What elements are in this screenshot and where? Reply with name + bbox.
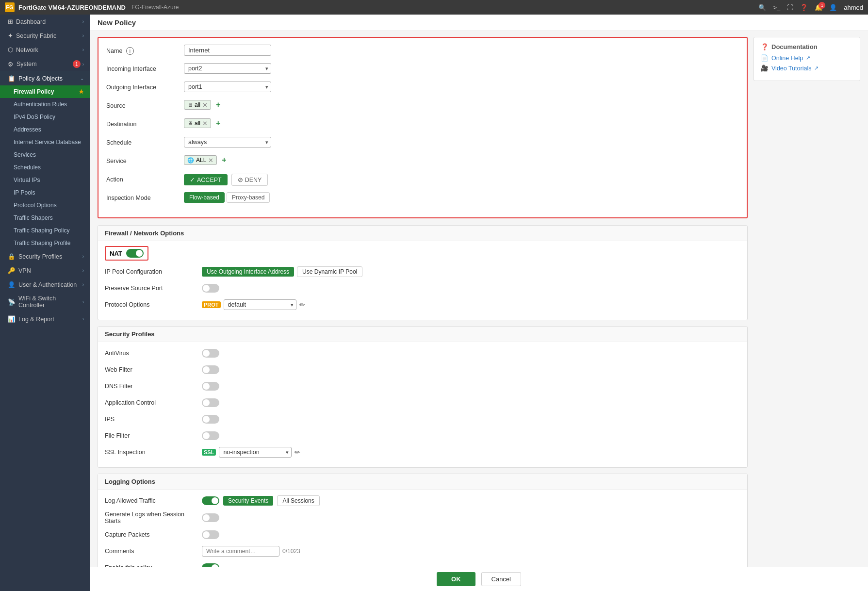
topbar: FG FortiGate VM64-AZUREONDEMAND FG-Firew… xyxy=(0,0,868,15)
service-chip-remove[interactable]: ✕ xyxy=(208,157,213,164)
info-icon[interactable]: i xyxy=(126,47,134,55)
security-profiles-panel: Security Profiles AntiVirus Web Filter D… xyxy=(98,326,748,468)
service-chip-all: 🌐 ALL ✕ xyxy=(184,155,217,165)
outgoing-interface-select[interactable]: port1 xyxy=(184,82,271,92)
generate-logs-toggle[interactable] xyxy=(202,513,219,522)
terminal-icon[interactable]: >_ xyxy=(773,4,780,11)
online-help-link[interactable]: 📄 Online Help ↗ xyxy=(761,54,853,62)
checkmark-icon: ✓ xyxy=(190,176,195,183)
app-control-toggle[interactable] xyxy=(202,398,219,407)
sidebar-item-internet-service-db[interactable]: Internet Service Database xyxy=(0,136,90,148)
protocol-select-wrapper: default xyxy=(224,299,296,310)
logging-options-title: Logging Options xyxy=(98,474,747,490)
name-field xyxy=(184,45,739,56)
help-icon[interactable]: ❓ xyxy=(800,4,808,11)
preserve-source-label: Preserve Source Port xyxy=(105,285,202,292)
comments-row: Comments 0/1023 xyxy=(105,545,740,558)
sidebar-item-system[interactable]: ⚙ System 1 › xyxy=(0,57,90,71)
incoming-interface-select[interactable]: port2 xyxy=(184,63,271,74)
sidebar-item-network[interactable]: ⬡ Network › xyxy=(0,43,90,57)
enable-policy-toggle[interactable] xyxy=(202,563,219,567)
outgoing-label: Outgoing Interface xyxy=(106,82,184,91)
nat-label: NAT xyxy=(110,250,122,257)
star-icon[interactable]: ★ xyxy=(79,88,84,95)
network-icon: ⬡ xyxy=(8,46,13,53)
app-name: FortiGate VM64-AZUREONDEMAND xyxy=(18,4,126,11)
destination-add-button[interactable]: + xyxy=(214,119,222,128)
capture-packets-toggle[interactable] xyxy=(202,530,219,539)
sidebar-item-traffic-shaping-policy[interactable]: Traffic Shaping Policy xyxy=(0,224,90,237)
logging-options-body: Log Allowed Traffic Security Events All … xyxy=(98,490,747,567)
deny-button[interactable]: ⊘ DENY xyxy=(231,174,268,186)
sidebar-item-ip-pools[interactable]: IP Pools xyxy=(0,186,90,199)
policy-form-box: Name i Incoming Interface xyxy=(98,37,748,218)
sidebar-item-services[interactable]: Services xyxy=(0,148,90,161)
sidebar-item-auth-rules[interactable]: Authentication Rules xyxy=(0,98,90,111)
log-allowed-toggle[interactable] xyxy=(202,496,219,505)
ssl-badge: SSL xyxy=(202,449,216,456)
ok-button[interactable]: OK xyxy=(437,572,475,586)
use-outgoing-button[interactable]: Use Outgoing Interface Address xyxy=(202,267,294,277)
sidebar-item-log-report[interactable]: 📊 Log & Report › xyxy=(0,312,90,326)
proxy-based-tab[interactable]: Proxy-based xyxy=(227,192,270,203)
security-events-button[interactable]: Security Events xyxy=(223,496,273,506)
nat-toggle[interactable] xyxy=(126,249,144,258)
service-add-button[interactable]: + xyxy=(220,156,228,164)
cancel-button[interactable]: Cancel xyxy=(481,572,521,586)
ips-toggle[interactable] xyxy=(202,415,219,424)
chevron-icon: › xyxy=(82,33,84,38)
sidebar-item-schedules[interactable]: Schedules xyxy=(0,161,90,174)
inspection-field: Flow-based Proxy-based xyxy=(184,192,739,203)
preserve-source-toggle[interactable] xyxy=(202,284,219,293)
search-icon[interactable]: 🔍 xyxy=(758,4,766,11)
web-filter-toggle[interactable] xyxy=(202,365,219,374)
all-sessions-button[interactable]: All Sessions xyxy=(277,495,319,506)
name-label: Name i xyxy=(106,45,184,55)
destination-chip-remove[interactable]: ✕ xyxy=(202,120,208,127)
sidebar-item-user-auth[interactable]: 👤 User & Authentication › xyxy=(0,278,90,292)
antivirus-toggle[interactable] xyxy=(202,349,219,358)
video-tutorials-link[interactable]: 🎥 Video Tutorials ↗ xyxy=(761,65,853,72)
sidebar-item-traffic-shapers[interactable]: Traffic Shapers xyxy=(0,212,90,224)
topbar-left: FG FortiGate VM64-AZUREONDEMAND FG-Firew… xyxy=(5,2,179,12)
sidebar-item-addresses[interactable]: Addresses xyxy=(0,123,90,136)
sidebar-item-security-fabric[interactable]: ✦ Security Fabric › xyxy=(0,29,90,43)
comments-input[interactable] xyxy=(202,546,279,557)
user-icon[interactable]: 👤 xyxy=(829,4,837,11)
sidebar-item-dashboard[interactable]: ⊞ Dashboard › xyxy=(0,15,90,29)
source-chip-all: 🖥 all ✕ xyxy=(184,100,211,110)
form-row-source: Source 🖥 all ✕ + xyxy=(106,100,739,114)
sidebar-item-protocol-options[interactable]: Protocol Options xyxy=(0,199,90,212)
ssl-inspection-select[interactable]: no-inspection xyxy=(219,447,292,458)
sidebar-item-policy-objects[interactable]: 📋 Policy & Objects ⌄ xyxy=(0,71,90,85)
fullscreen-icon[interactable]: ⛶ xyxy=(787,4,793,11)
schedule-select[interactable]: always xyxy=(184,137,271,148)
web-filter-row: Web Filter xyxy=(105,363,740,376)
use-dynamic-button[interactable]: Use Dynamic IP Pool xyxy=(297,266,362,277)
sidebar-item-virtual-ips[interactable]: Virtual IPs xyxy=(0,174,90,186)
accept-button[interactable]: ✓ ACCEPT xyxy=(184,174,228,185)
sidebar-item-wifi-controller[interactable]: 📡 WiFi & Switch Controller › xyxy=(0,292,90,312)
flow-based-tab[interactable]: Flow-based xyxy=(184,192,225,203)
sidebar-item-ipv4-dos[interactable]: IPv4 DoS Policy xyxy=(0,111,90,123)
wifi-icon: 📡 xyxy=(8,298,16,306)
sidebar-item-security-profiles[interactable]: 🔒 Security Profiles › xyxy=(0,249,90,263)
protocol-select[interactable]: default xyxy=(224,299,296,310)
source-chip-remove[interactable]: ✕ xyxy=(202,102,208,108)
service-tags: 🌐 ALL ✕ + xyxy=(184,155,229,165)
sidebar-item-firewall-policy[interactable]: Firewall Policy ★ xyxy=(0,85,90,98)
dns-filter-label: DNS Filter xyxy=(105,383,202,390)
sidebar-item-vpn[interactable]: 🔑 VPN › xyxy=(0,263,90,278)
dns-filter-toggle[interactable] xyxy=(202,382,219,391)
file-filter-toggle[interactable] xyxy=(202,431,219,440)
ssl-edit-icon[interactable]: ✏ xyxy=(295,448,300,456)
bell-icon[interactable]: 🔔 1 xyxy=(815,4,822,11)
destination-tags: 🖥 all ✕ + xyxy=(184,118,222,128)
name-input[interactable] xyxy=(184,45,271,56)
chevron-icon: › xyxy=(82,62,84,67)
sidebar-item-traffic-shaping-profile[interactable]: Traffic Shaping Profile xyxy=(0,237,90,249)
protocol-edit-icon[interactable]: ✏ xyxy=(299,301,305,309)
source-add-button[interactable]: + xyxy=(214,100,222,109)
documentation-panel: ❓ Documentation 📄 Online Help ↗ 🎥 Video … xyxy=(753,37,860,561)
source-field: 🖥 all ✕ + xyxy=(184,100,739,110)
